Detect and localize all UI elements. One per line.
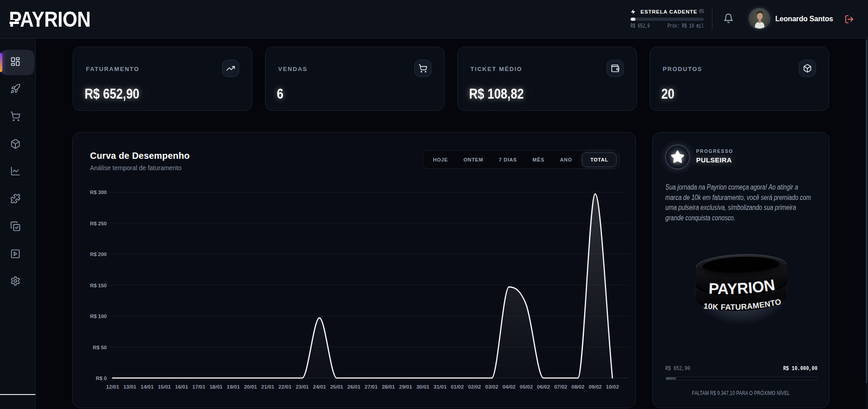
- svg-text:23/01: 23/01: [296, 384, 309, 390]
- svg-text:R$ 300: R$ 300: [90, 190, 107, 195]
- svg-text:13/01: 13/01: [123, 384, 137, 390]
- svg-text:R$ 200: R$ 200: [90, 252, 107, 257]
- svg-text:05/02: 05/02: [520, 384, 533, 390]
- svg-text:24/01: 24/01: [313, 384, 326, 390]
- svg-text:R$ 50: R$ 50: [93, 345, 107, 350]
- svg-text:28/01: 28/01: [382, 384, 395, 390]
- svg-text:21/01: 21/01: [261, 384, 275, 390]
- svg-text:06/02: 06/02: [537, 384, 550, 390]
- svg-text:R$ 150: R$ 150: [90, 283, 107, 288]
- svg-text:12/01: 12/01: [106, 384, 119, 390]
- svg-text:09/02: 09/02: [588, 384, 602, 390]
- svg-text:03/02: 03/02: [485, 384, 498, 390]
- svg-text:07/02: 07/02: [554, 384, 567, 390]
- svg-text:29/01: 29/01: [399, 384, 412, 390]
- svg-text:25/01: 25/01: [330, 384, 343, 390]
- svg-text:15/01: 15/01: [158, 384, 171, 390]
- svg-text:31/01: 31/01: [434, 384, 447, 390]
- svg-text:30/01: 30/01: [416, 384, 429, 390]
- svg-text:R$ 0: R$ 0: [96, 376, 107, 381]
- svg-text:19/01: 19/01: [227, 384, 240, 390]
- svg-text:22/01: 22/01: [279, 384, 292, 390]
- svg-text:R$ 250: R$ 250: [90, 221, 107, 226]
- svg-text:26/01: 26/01: [347, 384, 360, 390]
- svg-text:04/02: 04/02: [503, 384, 516, 390]
- svg-text:20/01: 20/01: [244, 384, 257, 390]
- svg-text:16/01: 16/01: [175, 384, 188, 390]
- svg-text:01/02: 01/02: [451, 384, 464, 390]
- svg-text:18/01: 18/01: [209, 384, 223, 390]
- svg-text:10/02: 10/02: [606, 384, 619, 390]
- svg-text:17/01: 17/01: [192, 384, 205, 390]
- svg-text:R$ 100: R$ 100: [90, 314, 107, 319]
- svg-text:27/01: 27/01: [365, 384, 378, 390]
- svg-text:08/02: 08/02: [571, 384, 584, 390]
- svg-text:14/01: 14/01: [141, 384, 154, 390]
- svg-text:02/02: 02/02: [468, 384, 481, 390]
